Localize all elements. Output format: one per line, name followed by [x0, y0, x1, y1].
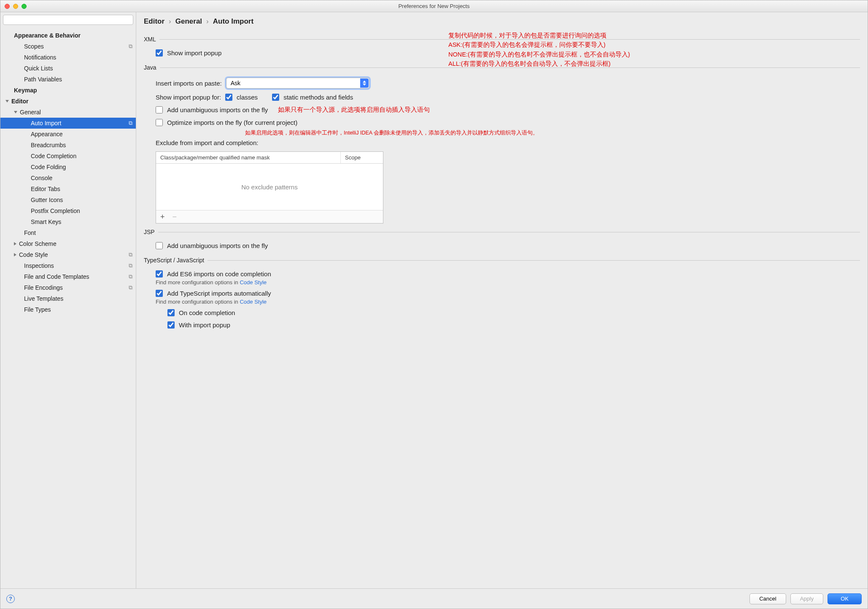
- chevron-right-icon: [14, 253, 16, 256]
- ts-on-completion-checkbox[interactable]: [167, 309, 175, 316]
- sidebar-item-label: Inspections: [24, 262, 54, 269]
- sidebar-item-gutter-icons[interactable]: Gutter Icons: [0, 194, 136, 205]
- sidebar-item-code-folding[interactable]: Code Folding: [0, 162, 136, 172]
- apply-button[interactable]: Apply: [790, 593, 824, 604]
- code-style-link-1[interactable]: Code Style: [240, 279, 267, 286]
- annotation-unambiguous: 如果只有一个导入源，此选项将启用自动插入导入语句: [278, 106, 430, 114]
- sidebar-item-quick-lists[interactable]: Quick Lists: [0, 63, 136, 74]
- sidebar-item-file-and-code-templates[interactable]: File and Code Templates⧉: [0, 271, 136, 282]
- breadcrumb-a[interactable]: Editor: [144, 17, 164, 26]
- section-java: Java Insert imports on paste: Ask Show i…: [144, 64, 860, 224]
- project-scope-icon: ⧉: [129, 262, 132, 269]
- breadcrumb: Editor › General › Auto Import: [136, 12, 868, 27]
- project-scope-icon: ⧉: [129, 251, 132, 258]
- sidebar-item-appearance[interactable]: Appearance: [0, 129, 136, 140]
- breadcrumb-b[interactable]: General: [175, 17, 202, 26]
- sidebar-item-appearance-behavior[interactable]: Appearance & Behavior: [0, 30, 136, 41]
- sidebar-item-label: Quick Lists: [24, 65, 53, 72]
- breadcrumb-c: Auto Import: [213, 17, 253, 26]
- sidebar-item-label: Breadcrumbs: [31, 142, 66, 148]
- sidebar-item-label: Appearance: [31, 131, 63, 137]
- sidebar-item-font[interactable]: Font: [0, 227, 136, 238]
- popup-classes-checkbox[interactable]: [225, 94, 232, 101]
- sidebar-item-general[interactable]: General: [0, 107, 136, 118]
- sidebar-item-label: Postfix Completion: [31, 207, 80, 214]
- sidebar-item-file-encodings[interactable]: File Encodings⧉: [0, 282, 136, 293]
- sidebar-item-label: Live Templates: [24, 295, 63, 302]
- settings-tree[interactable]: Appearance & BehaviorScopes⧉Notification…: [0, 27, 136, 588]
- java-optimize-imports-checkbox[interactable]: [156, 119, 163, 126]
- titlebar: Preferences for New Projects: [0, 0, 868, 12]
- sidebar-item-label: Editor Tabs: [31, 186, 60, 192]
- project-scope-icon: ⧉: [129, 284, 132, 291]
- exclude-col-scope[interactable]: Scope: [341, 152, 383, 163]
- chevron-down-icon: [5, 100, 9, 102]
- sidebar-item-label: File Encodings: [24, 284, 63, 291]
- project-scope-icon: ⧉: [129, 43, 132, 50]
- search-input[interactable]: [3, 15, 133, 25]
- exclude-label: Exclude from import and completion:: [144, 137, 860, 149]
- popup-static-checkbox[interactable]: [272, 94, 279, 101]
- sidebar-item-label: Notifications: [24, 54, 56, 61]
- sidebar-item-auto-import[interactable]: Auto Import⧉: [0, 118, 136, 129]
- jsp-add-unambiguous-checkbox[interactable]: [156, 242, 163, 249]
- sidebar-item-inspections[interactable]: Inspections⧉: [0, 260, 136, 271]
- sidebar-item-postfix-completion[interactable]: Postfix Completion: [0, 205, 136, 216]
- ts-add-ts-imports-checkbox[interactable]: [156, 290, 163, 297]
- sidebar-item-label: File Types: [24, 306, 51, 313]
- ok-button[interactable]: OK: [828, 593, 862, 604]
- sidebar-item-label: Smart Keys: [31, 218, 61, 225]
- sidebar-item-keymap[interactable]: Keymap: [0, 85, 136, 96]
- main-panel: Editor › General › Auto Import 复制代码的时候，对…: [136, 12, 868, 588]
- sidebar-item-scopes[interactable]: Scopes⧉: [0, 41, 136, 52]
- sidebar-item-label: File and Code Templates: [24, 273, 89, 280]
- sidebar-item-label: Code Folding: [31, 164, 66, 170]
- sidebar-item-label: General: [20, 109, 41, 116]
- chevron-down-icon: [14, 111, 17, 113]
- section-typescript: TypeScript / JavaScript Add ES6 imports …: [144, 257, 860, 332]
- sidebar-item-label: Code Style: [19, 251, 48, 258]
- sidebar-item-notifications[interactable]: Notifications: [0, 52, 136, 63]
- sidebar-item-color-scheme[interactable]: Color Scheme: [0, 238, 136, 249]
- show-popup-for-label: Show import popup for:: [156, 94, 221, 101]
- project-scope-icon: ⧉: [129, 273, 132, 280]
- java-add-unambiguous-checkbox[interactable]: [156, 106, 163, 113]
- sidebar-item-label: Color Scheme: [19, 240, 57, 247]
- section-jsp: JSP Add unambiguous imports on the fly: [144, 229, 860, 253]
- ts-add-es6-checkbox[interactable]: [156, 270, 163, 278]
- exclude-col-name[interactable]: Class/package/member qualified name mask: [156, 152, 341, 163]
- xml-show-import-popup-label: Show import popup: [167, 49, 221, 57]
- sidebar-item-label: Gutter Icons: [31, 197, 63, 203]
- annotation-paste-options: 复制代码的时候，对于导入的包是否需要进行询问的选项 ASK:(有需要的导入的包名…: [448, 31, 685, 69]
- remove-icon[interactable]: −: [173, 213, 177, 221]
- sidebar-item-live-templates[interactable]: Live Templates: [0, 293, 136, 304]
- sidebar-item-editor[interactable]: Editor: [0, 96, 136, 107]
- sidebar-item-file-types[interactable]: File Types: [0, 304, 136, 315]
- help-icon[interactable]: ?: [6, 595, 15, 603]
- sidebar: 🔍 Appearance & BehaviorScopes⧉Notificati…: [0, 12, 136, 588]
- sidebar-item-label: Path Variables: [24, 76, 62, 83]
- sidebar-item-label: Console: [31, 175, 52, 181]
- sidebar-item-smart-keys[interactable]: Smart Keys: [0, 216, 136, 227]
- exclude-empty: No exclude patterns: [156, 164, 383, 210]
- chevron-right-icon: [14, 242, 16, 245]
- sidebar-item-label: Font: [24, 229, 36, 236]
- code-style-link-2[interactable]: Code Style: [240, 299, 267, 305]
- preferences-window: Preferences for New Projects 🔍 Appearanc…: [0, 0, 868, 609]
- sidebar-item-breadcrumbs[interactable]: Breadcrumbs: [0, 140, 136, 151]
- sidebar-item-code-style[interactable]: Code Style⧉: [0, 249, 136, 260]
- sidebar-item-console[interactable]: Console: [0, 172, 136, 183]
- window-title: Preferences for New Projects: [0, 3, 868, 9]
- sidebar-item-editor-tabs[interactable]: Editor Tabs: [0, 183, 136, 194]
- sidebar-item-label: Keymap: [14, 87, 37, 94]
- sidebar-item-label: Auto Import: [31, 120, 61, 127]
- sidebar-item-path-variables[interactable]: Path Variables: [0, 74, 136, 85]
- sidebar-item-code-completion[interactable]: Code Completion: [0, 151, 136, 162]
- ts-with-popup-checkbox[interactable]: [167, 321, 175, 329]
- insert-imports-select[interactable]: Ask: [226, 78, 369, 89]
- project-scope-icon: ⧉: [129, 120, 132, 127]
- insert-imports-label: Insert imports on paste:: [156, 80, 222, 87]
- add-icon[interactable]: +: [160, 213, 165, 221]
- cancel-button[interactable]: Cancel: [749, 593, 786, 604]
- xml-show-import-popup-checkbox[interactable]: [156, 49, 163, 57]
